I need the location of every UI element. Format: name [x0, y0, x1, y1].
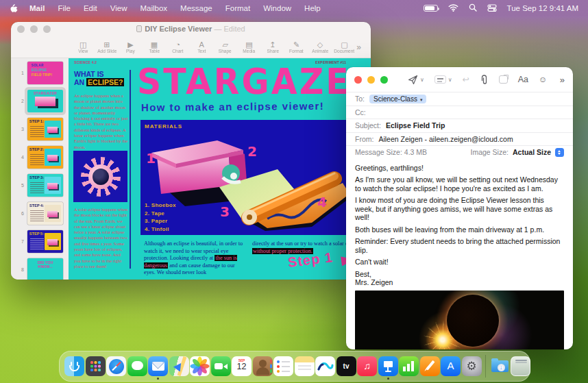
keynote-window: DIY Eclipse Viewer — Edited ◫View ⊞Add S… [11, 22, 371, 280]
menu-help[interactable]: Help [304, 4, 321, 12]
dock-trash-icon[interactable] [511, 356, 530, 376]
dock-notes-icon[interactable] [295, 356, 315, 376]
dock: SEP12 tv ♫ A ⚙ ↓ [59, 351, 530, 382]
dock-messages-icon[interactable] [127, 356, 147, 376]
dock-photos-icon[interactable] [190, 356, 210, 376]
toolbar-shape-button[interactable]: ▱Shape [213, 40, 237, 55]
slide-paragraph-solar: A solar eclipse happens when the moon bl… [74, 207, 128, 269]
from-field[interactable]: From: Aileen Zeigen - aileen.zeigen@iclo… [346, 132, 573, 146]
play-icon: ▶ [119, 40, 143, 49]
chart-icon: ◔ [166, 40, 190, 49]
attach-button[interactable] [480, 75, 489, 85]
slide-thumbnail-4[interactable]: 4 STEP 2: [11, 146, 69, 169]
dock-maps-icon[interactable] [169, 356, 189, 376]
dock-freeform-icon[interactable] [315, 356, 335, 376]
menu-edit[interactable]: Edit [84, 4, 97, 12]
dock-pages-icon[interactable] [420, 356, 440, 376]
slide-navigator: 1 SOLARECLIPSEFIELD TRIP! 2 STARGAZER 3 … [11, 58, 69, 280]
menu-mailbox[interactable]: Mailbox [140, 4, 167, 12]
search-icon[interactable] [469, 3, 477, 13]
body-signature: Mrs. Zeigen [355, 278, 564, 287]
dock-contacts-icon[interactable] [253, 356, 273, 376]
toolbar-share-button[interactable]: ↥Share [261, 40, 285, 55]
menu-mail[interactable]: Mail [29, 4, 45, 12]
toolbar-format-button[interactable]: ✎Format [284, 40, 308, 55]
dock-music-icon[interactable]: ♫ [357, 356, 377, 376]
body-signature: Best, [355, 270, 564, 279]
eclipse-moon [447, 295, 499, 347]
slide-thumbnail-8[interactable]: 8 DID YOU KNOW... [11, 258, 69, 280]
dock-facetime-icon[interactable] [211, 356, 231, 376]
text-icon: A [190, 40, 214, 49]
subject-field[interactable]: Subject: Eclipse Field Trip [346, 119, 573, 132]
menu-view[interactable]: View [110, 4, 127, 12]
slide-thumbnail-6[interactable]: 6 STEP 4: [11, 202, 69, 225]
image-size-select[interactable]: Actual Size [513, 148, 551, 156]
slide-thumbnail-5[interactable]: 5 STEP 3: [11, 174, 69, 197]
menu-bar-clock[interactable]: Tue Sep 12 9:41 AM [507, 4, 578, 12]
dock-launchpad-icon[interactable] [86, 356, 106, 376]
table-icon: ▦ [143, 40, 167, 49]
cc-field[interactable]: Cc: [346, 106, 573, 119]
dock-numbers-icon[interactable] [399, 356, 419, 376]
minimize-button[interactable] [367, 76, 375, 84]
toolbar-media-button[interactable]: ▤Media [237, 40, 261, 55]
slide-course-label: SCIENCE 4.2 [74, 61, 97, 64]
image-size-stepper-icon[interactable] [555, 148, 564, 157]
toolbar-overflow-icon[interactable]: » [356, 42, 371, 52]
message-body[interactable]: Greetings, earthlings! As I'm sure you a… [346, 159, 573, 350]
materials-panel: MATERIALS [140, 120, 371, 235]
menu-file[interactable]: File [58, 4, 71, 12]
toolbar-add-slide-button[interactable]: ⊞Add Slide [95, 40, 119, 55]
slide-thumbnail-2-selected[interactable]: 2 STARGAZER [11, 90, 69, 112]
dock-mail-icon[interactable] [148, 356, 168, 376]
mail-toolbar: ∨ ∨ ↩ Aa ☺ » [346, 67, 573, 92]
eclipse-photo-attachment[interactable] [355, 291, 564, 350]
dock-calendar-icon[interactable]: SEP12 [232, 356, 252, 376]
menu-message[interactable]: Message [180, 4, 212, 12]
close-button[interactable] [354, 76, 362, 84]
dock-tv-icon[interactable]: tv [336, 356, 356, 376]
menu-window[interactable]: Window [263, 4, 291, 12]
item-number-3: 3 [220, 203, 230, 220]
send-options-chevron-icon[interactable]: ∨ [420, 77, 424, 83]
dock-finder-icon[interactable] [64, 356, 84, 376]
toolbar-view-button[interactable]: ◫View [71, 40, 95, 55]
slide-subtitle: How to make an eclipse viewer! [141, 100, 324, 113]
slide-thumbnail-7[interactable]: 7 STEP 5: [11, 230, 69, 253]
toolbar-chart-button[interactable]: ◔Chart [166, 40, 190, 55]
dock-keynote-icon[interactable] [378, 356, 398, 376]
format-button[interactable]: Aa [518, 75, 528, 84]
dock-settings-icon[interactable]: ⚙ [462, 356, 482, 376]
materials-heading: MATERIALS [145, 123, 182, 129]
wifi-icon[interactable] [448, 4, 458, 13]
dock-reminders-icon[interactable] [273, 356, 293, 376]
dock-appstore-icon[interactable]: A [441, 356, 461, 376]
slide-title: STARGAZER [137, 61, 371, 102]
slide-thumbnail-3[interactable]: 3 STEP 1: [11, 118, 69, 140]
zoom-button[interactable] [380, 76, 388, 84]
slide-paragraph-eclipse: An eclipse happens when a moon or planet… [74, 93, 128, 150]
toolbar-play-button[interactable]: ▶Play [119, 40, 143, 55]
column-divider [130, 70, 131, 269]
item-number-4: 4 [317, 194, 327, 210]
battery-icon[interactable] [424, 5, 438, 12]
recipient-token[interactable]: Science-Class [369, 95, 426, 104]
slide-thumbnail-1[interactable]: 1 SOLARECLIPSEFIELD TRIP! [11, 62, 69, 84]
dock-safari-icon[interactable] [106, 356, 126, 376]
dock-downloads-icon[interactable]: ↓ [490, 356, 510, 376]
toolbar-animate-button[interactable]: ◇Animate [308, 40, 332, 55]
send-button[interactable] [408, 75, 418, 85]
view-icon: ◫ [71, 40, 95, 49]
toolbar-table-button[interactable]: ▦Table [143, 40, 167, 55]
emoji-button[interactable]: ☺ [539, 75, 547, 84]
toolbar-overflow-icon[interactable]: » [560, 75, 565, 85]
slide-canvas[interactable]: SCIENCE 4.2 EXPERIMENT #11 WHAT IS AN EC… [69, 58, 371, 280]
toolbar-text-button[interactable]: AText [190, 40, 214, 55]
to-field[interactable]: To: Science-Class [346, 92, 573, 106]
apple-menu-icon[interactable] [10, 3, 19, 14]
control-center-icon[interactable] [487, 4, 497, 13]
menu-format[interactable]: Format [225, 4, 250, 12]
toolbar-document-button[interactable]: ▢Document [332, 40, 356, 55]
header-fields-button[interactable]: ∨ [434, 75, 452, 84]
